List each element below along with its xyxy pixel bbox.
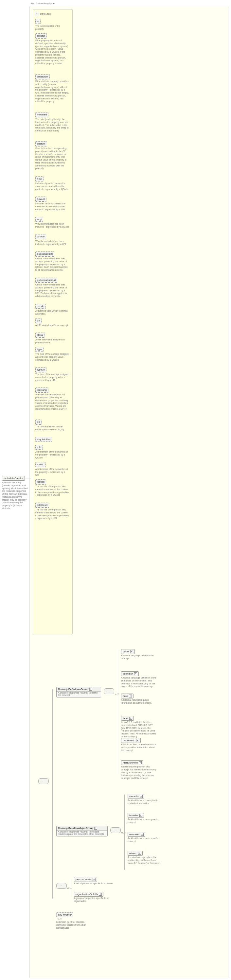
- attr-modified: modified: [35, 112, 48, 118]
- expand-icon[interactable]: +: [134, 672, 137, 675]
- node-narrower[interactable]: narrower+: [127, 832, 145, 837]
- attr-desc-type: The type of the concept assigned as cont…: [35, 353, 70, 361]
- attr-desc-xml:lang: Specifies the language of this property …: [35, 393, 70, 411]
- attr-qcode: qcode: [35, 304, 46, 309]
- count: 0..∞: [121, 832, 126, 834]
- attr-dir: dir: [35, 420, 41, 425]
- expand-icon[interactable]: +: [140, 795, 143, 798]
- node-facet[interactable]: facet+: [121, 716, 134, 721]
- desc-facet: In NAR 1.8 and later, facet is deprecate…: [121, 721, 158, 738]
- attr-custom: custom: [35, 141, 47, 146]
- attr-desc-how: Indicates by which means the value was e…: [35, 182, 70, 191]
- attr-desc-howuri: Indicates by which means the value was e…: [35, 202, 70, 211]
- attr-any: any ##other: [35, 437, 53, 442]
- concept-relationships-group[interactable]: ConceptRelationshipsGroup+ A group of pr…: [56, 826, 108, 837]
- node-related[interactable]: related+: [127, 851, 143, 856]
- seq-cdg: [104, 688, 114, 694]
- desc-remoteInfo: A link to an item or a web resource whic…: [121, 743, 158, 752]
- page-title: FlexAuthorPropType: [31, 2, 55, 5]
- attr-desc-id: The local identifier of the property.: [35, 25, 70, 31]
- attr-typeuri: typeuri: [35, 367, 46, 372]
- expand-icon[interactable]: +: [99, 893, 102, 896]
- attr-type: type: [35, 347, 43, 352]
- seq-choice: [56, 883, 67, 889]
- desc-broader: An identifier of a more generic concept.: [127, 818, 164, 824]
- count: 0..∞: [57, 918, 62, 920]
- attr-jobtitleuri: jobtitleuri: [35, 503, 49, 508]
- attr-xml:lang: xml:lang: [35, 388, 48, 393]
- attr-desc-why: Why the metadata has been included - exp…: [35, 223, 70, 229]
- expand-icon[interactable]: +: [139, 814, 142, 817]
- expand-icon[interactable]: +: [138, 852, 141, 855]
- rail-crg: [124, 795, 125, 870]
- attr-desc-creator: If the property value is not defined, sp…: [35, 39, 70, 65]
- attr-desc-literal: A free-text value assigned as property v…: [35, 339, 70, 344]
- attr-role: role: [35, 445, 43, 450]
- node-organisationDetails[interactable]: organisationDetails+: [74, 892, 104, 897]
- attr-uri: uri: [35, 318, 41, 323]
- attr-desc-role: A refinement of the semantics of the pro…: [35, 450, 70, 459]
- attr-desc-creatoruri: If the attribute is empty, specifies whi…: [35, 80, 70, 103]
- attr-desc-jobtitleuri: The job title of the person who created …: [35, 509, 70, 520]
- node-personDetails[interactable]: personDetails+: [74, 877, 97, 882]
- root-node[interactable]: metadataCreator: [2, 476, 25, 481]
- attr-how: how: [35, 176, 43, 181]
- attr-jobtitle: jobtitle: [35, 479, 46, 485]
- node-remoteInfo[interactable]: remoteInfo+: [121, 738, 141, 743]
- attr-desc-pubconstraint: One or many constraints that apply to pu…: [35, 257, 70, 272]
- attr-howuri: howuri: [35, 197, 46, 202]
- expand-icon[interactable]: +: [129, 695, 132, 697]
- node-broader[interactable]: broader+: [127, 813, 144, 818]
- attr-whyuri: whyuri: [35, 234, 46, 239]
- attr-literal: literal: [35, 332, 45, 338]
- expand-icon[interactable]: +: [130, 650, 133, 653]
- attr-desc-jobtitle: The job title of the person who created …: [35, 485, 70, 497]
- attributes-icon: [35, 12, 39, 16]
- attr-desc-modified: The date (and, optionally, the time) whe…: [35, 118, 70, 132]
- attr-creator: creator: [35, 33, 47, 38]
- root-desc: Specifies the entity (person, organisati…: [2, 481, 29, 510]
- desc-note: Additional natural language information …: [121, 699, 158, 705]
- rail-choice: [71, 879, 71, 897]
- concept-definition-group[interactable]: ConceptDefinitionGroup+ A group of prope…: [56, 687, 101, 697]
- any-ext: any ##other: [56, 912, 73, 917]
- desc-sameAs: An identifier of a concept with equivale…: [127, 799, 164, 805]
- expand-icon[interactable]: +: [94, 827, 97, 830]
- desc-definition: A natural language definition of the sem…: [121, 676, 158, 688]
- desc-narrower: An identifier of a more specific concept…: [127, 837, 164, 843]
- attr-pubconstrainturi: pubconstrainturi: [35, 278, 57, 283]
- attr-id: id: [35, 19, 41, 24]
- desc-hierarchyInfo: Represents the position of a concept in …: [121, 765, 158, 780]
- seq-root: [38, 778, 49, 784]
- node-note[interactable]: note+: [121, 694, 134, 698]
- ext-desc: Extension point for provider-defined pro…: [56, 921, 93, 929]
- attributes-label: attributes: [40, 13, 51, 15]
- desc-related: A related concept, where the relationshi…: [127, 856, 164, 865]
- expand-icon[interactable]: +: [92, 878, 96, 881]
- desc-organisationDetails: A group of properties specific to an org…: [74, 897, 114, 903]
- attr-desc-pubconstrainturi: One or many constraints that apply to pu…: [35, 283, 70, 298]
- seq-crg: [110, 827, 121, 833]
- expand-icon[interactable]: +: [141, 833, 143, 836]
- node-sameAs[interactable]: sameAs+: [127, 794, 144, 799]
- node-name[interactable]: name+: [121, 649, 135, 654]
- desc-name: A natural language name for the concept.: [121, 654, 158, 660]
- expand-icon[interactable]: +: [136, 739, 139, 742]
- node-definition[interactable]: definition+: [121, 671, 139, 676]
- attr-desc-uri: A URI which identifies a concept.: [35, 324, 70, 327]
- attr-desc-typeuri: The type of the concept assigned as cont…: [35, 373, 70, 382]
- attr-roleuri: roleuri: [35, 462, 46, 467]
- count: 0..∞: [115, 692, 119, 695]
- attr-desc-roleuri: A refinement of the semantics of the pro…: [35, 468, 70, 476]
- attr-desc-qcode: A qualified code which identifies a conc…: [35, 310, 70, 315]
- attr-desc-whyuri: Why the metadata has been included - exp…: [35, 240, 70, 246]
- attr-pubconstraint: pubconstraint: [35, 251, 54, 257]
- expand-icon[interactable]: +: [129, 717, 132, 720]
- expand-icon[interactable]: +: [89, 688, 92, 690]
- attr-creatoruri: creatoruri: [35, 74, 50, 80]
- expand-icon[interactable]: +: [139, 761, 142, 764]
- node-hierarchyInfo[interactable]: hierarchyInfo+: [121, 760, 143, 765]
- attr-why: why: [35, 217, 43, 222]
- desc-personDetails: A set of properties specific to a person: [74, 882, 114, 885]
- attr-desc-custom: If set to true the corresponding propert…: [35, 147, 70, 170]
